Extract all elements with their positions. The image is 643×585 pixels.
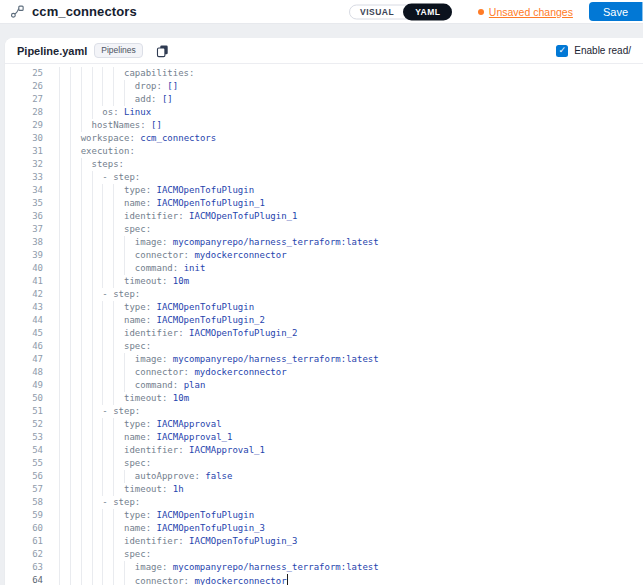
yaml-value: IACMOpenTofuPlugin <box>157 302 255 312</box>
line-number[interactable]: 60 <box>5 522 43 535</box>
code-text: capabilities: <box>59 67 194 80</box>
line-number[interactable]: 59 <box>5 509 43 522</box>
code-line[interactable]: 54identifier: IACMApproval_1 <box>5 444 643 457</box>
code-line[interactable]: 61identifier: IACMOpenTofuPlugin_3 <box>5 535 643 548</box>
line-number[interactable]: 54 <box>5 444 43 457</box>
line-number[interactable]: 56 <box>5 470 43 483</box>
code-line[interactable]: 32steps: <box>5 158 643 171</box>
line-number[interactable]: 25 <box>5 67 43 80</box>
code-line[interactable]: 63image: mycompanyrepo/harness_terraform… <box>5 561 643 574</box>
line-number[interactable]: 58 <box>5 496 43 509</box>
copy-icon <box>156 44 169 58</box>
line-number[interactable]: 31 <box>5 145 43 158</box>
yaml-key: name: <box>124 523 151 533</box>
line-number[interactable]: 33 <box>5 171 43 184</box>
code-line[interactable]: 62spec: <box>5 548 643 561</box>
code-line[interactable]: 56autoApprove: false <box>5 470 643 483</box>
line-number[interactable]: 49 <box>5 379 43 392</box>
toggle-visual-button[interactable]: VISUAL <box>350 4 404 19</box>
unsaved-changes-link[interactable]: Unsaved changes <box>478 6 573 18</box>
code-line[interactable]: 44name: IACMOpenTofuPlugin_2 <box>5 314 643 327</box>
code-line[interactable]: 51- step: <box>5 405 643 418</box>
save-button[interactable]: Save <box>589 2 642 21</box>
code-line[interactable]: 43type: IACMOpenTofuPlugin <box>5 301 643 314</box>
line-number[interactable]: 36 <box>5 210 43 223</box>
yaml-value: false <box>205 471 232 481</box>
line-number[interactable]: 47 <box>5 353 43 366</box>
yaml-key: autoApprove: <box>135 471 200 481</box>
code-line[interactable]: 31execution: <box>5 145 643 158</box>
line-number[interactable]: 27 <box>5 93 43 106</box>
code-line[interactable]: 33- step: <box>5 171 643 184</box>
code-line[interactable]: 27add: [] <box>5 93 643 106</box>
yaml-editor[interactable]: 25capabilities:26drop: []27add: []28os: … <box>5 64 643 585</box>
toggle-yaml-button[interactable]: YAML <box>403 3 452 20</box>
line-number[interactable]: 29 <box>5 119 43 132</box>
yaml-key: drop: <box>135 81 162 91</box>
line-number[interactable]: 41 <box>5 275 43 288</box>
code-line[interactable]: 39connector: mydockerconnector <box>5 249 643 262</box>
line-number[interactable]: 34 <box>5 184 43 197</box>
line-number[interactable]: 28 <box>5 106 43 119</box>
line-number[interactable]: 61 <box>5 535 43 548</box>
code-line[interactable]: 47image: mycompanyrepo/harness_terraform… <box>5 353 643 366</box>
code-line[interactable]: 30workspace: ccm_connectors <box>5 132 643 145</box>
page-title: ccm_connectors <box>32 4 137 19</box>
code-text: - step: <box>59 496 140 509</box>
code-line[interactable]: 48connector: mydockerconnector <box>5 366 643 379</box>
code-line[interactable]: 35name: IACMOpenTofuPlugin_1 <box>5 197 643 210</box>
line-number[interactable]: 51 <box>5 405 43 418</box>
line-number[interactable]: 62 <box>5 548 43 561</box>
line-number[interactable]: 43 <box>5 301 43 314</box>
line-number[interactable]: 32 <box>5 158 43 171</box>
code-line[interactable]: 49command: plan <box>5 379 643 392</box>
line-number[interactable]: 63 <box>5 561 43 574</box>
line-number[interactable]: 26 <box>5 80 43 93</box>
line-number[interactable]: 38 <box>5 236 43 249</box>
yaml-value: IACMOpenTofuPlugin_2 <box>189 328 297 338</box>
code-line[interactable]: 50timeout: 10m <box>5 392 643 405</box>
code-line[interactable]: 26drop: [] <box>5 80 643 93</box>
yaml-key: workspace: <box>81 133 135 143</box>
yaml-key: identifier: <box>124 211 184 221</box>
line-number[interactable]: 48 <box>5 366 43 379</box>
line-number[interactable]: 37 <box>5 223 43 236</box>
code-line[interactable]: 64connector: mydockerconnector <box>5 574 643 585</box>
code-line[interactable]: 46spec: <box>5 340 643 353</box>
line-number[interactable]: 64 <box>5 574 43 585</box>
line-number[interactable]: 44 <box>5 314 43 327</box>
line-number[interactable]: 50 <box>5 392 43 405</box>
yaml-key: hostNames: <box>92 120 146 130</box>
copy-button[interactable] <box>156 44 169 58</box>
line-number[interactable]: 39 <box>5 249 43 262</box>
line-number[interactable]: 52 <box>5 418 43 431</box>
enable-edit-checkbox[interactable]: ✓ <box>556 45 568 57</box>
line-number[interactable]: 53 <box>5 431 43 444</box>
code-line[interactable]: 42- step: <box>5 288 643 301</box>
code-line[interactable]: 28os: Linux <box>5 106 643 119</box>
line-number[interactable]: 40 <box>5 262 43 275</box>
code-line[interactable]: 38image: mycompanyrepo/harness_terraform… <box>5 236 643 249</box>
code-line[interactable]: 55spec: <box>5 457 643 470</box>
line-number[interactable]: 45 <box>5 327 43 340</box>
code-line[interactable]: 37spec: <box>5 223 643 236</box>
code-line[interactable]: 45identifier: IACMOpenTofuPlugin_2 <box>5 327 643 340</box>
line-number[interactable]: 46 <box>5 340 43 353</box>
code-line[interactable]: 58- step: <box>5 496 643 509</box>
line-number[interactable]: 55 <box>5 457 43 470</box>
code-line[interactable]: 53name: IACMApproval_1 <box>5 431 643 444</box>
line-number[interactable]: 57 <box>5 483 43 496</box>
line-number[interactable]: 35 <box>5 197 43 210</box>
code-line[interactable]: 34type: IACMOpenTofuPlugin <box>5 184 643 197</box>
code-line[interactable]: 29hostNames: [] <box>5 119 643 132</box>
code-line[interactable]: 59type: IACMOpenTofuPlugin <box>5 509 643 522</box>
line-number[interactable]: 42 <box>5 288 43 301</box>
code-line[interactable]: 41timeout: 10m <box>5 275 643 288</box>
code-line[interactable]: 57timeout: 1h <box>5 483 643 496</box>
code-line[interactable]: 52type: IACMApproval <box>5 418 643 431</box>
code-line[interactable]: 25capabilities: <box>5 67 643 80</box>
code-line[interactable]: 60name: IACMOpenTofuPlugin_3 <box>5 522 643 535</box>
line-number[interactable]: 30 <box>5 132 43 145</box>
code-line[interactable]: 36identifier: IACMOpenTofuPlugin_1 <box>5 210 643 223</box>
code-line[interactable]: 40command: init <box>5 262 643 275</box>
